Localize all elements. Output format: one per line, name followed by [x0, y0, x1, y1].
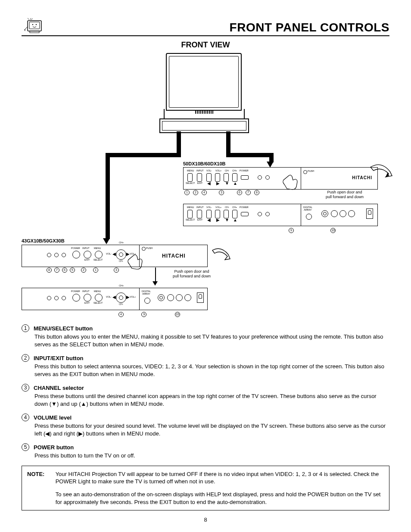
callout-row-top-open: 9 10	[289, 227, 336, 233]
definition-item: 3 CHANNEL selector Press these buttons u…	[22, 384, 389, 408]
hand-icon	[125, 251, 146, 273]
tv-character-icon	[22, 17, 45, 34]
definition-number: 1	[22, 324, 29, 332]
definition-body: Press this button to turn the TV on or o…	[34, 452, 389, 460]
hand-icon	[280, 171, 302, 193]
av-jack-4[interactable]	[348, 210, 355, 217]
power-button[interactable]	[72, 251, 80, 258]
definition-number: 3	[22, 384, 29, 392]
model-label-bottom: 43GX10B/50GX30B	[22, 238, 65, 243]
door-note-top: Push open door and pull forward and down	[314, 190, 375, 199]
model-label-top: 50DX10B/60DX10B	[183, 161, 225, 166]
ch-down-button[interactable]	[224, 173, 229, 182]
definition-title: MENU/SELECT button	[34, 325, 93, 332]
definition-body: Press these buttons for your desired sou…	[34, 422, 389, 437]
input-exit-button[interactable]	[84, 251, 91, 258]
power-button[interactable]	[241, 212, 249, 216]
indicator-a	[258, 212, 262, 216]
av-jack-1[interactable]	[321, 210, 328, 217]
page-header: FRONT PANEL CONTROLS	[22, 17, 389, 36]
bottom-model-open-panel: POWER INPUT EXIT MENU SELECT VOL- ◀ ▶ VO…	[22, 288, 208, 310]
indicator-c	[62, 253, 66, 257]
definition-title: VOLUME level	[34, 414, 72, 421]
definition-item: 4 VOLUME level Press these buttons for y…	[22, 414, 389, 437]
callout-row-bottom-open: 4 9 10	[118, 311, 180, 317]
definition-title: CHANNEL selector	[34, 385, 84, 391]
input-exit-button[interactable]	[84, 294, 91, 302]
vol-down-button[interactable]	[206, 210, 212, 218]
svg-point-3	[36, 24, 37, 25]
av-jack-2[interactable]	[331, 210, 338, 217]
power-button[interactable]	[241, 175, 249, 180]
av-jack-3[interactable]	[176, 294, 183, 301]
definition-item: 5 POWER button Press this button to turn…	[22, 443, 389, 460]
definition-body: Press these buttons until the desired ch…	[34, 392, 389, 408]
tv-screen	[166, 53, 242, 111]
ch-down-button[interactable]	[224, 210, 229, 218]
open-arrow-icon	[368, 163, 394, 182]
push-indicator	[142, 247, 146, 251]
page-number: 8	[22, 516, 389, 523]
front-view-diagram: 50DX10B/60DX10B MENU INPUT VOL- VOL+ CH-…	[22, 53, 389, 320]
front-view-heading: FRONT VIEW	[22, 40, 389, 50]
note-text-1: Your HITACHI Projection TV will appear t…	[56, 470, 382, 485]
tv-speaker-grille	[164, 109, 245, 119]
indicator-a	[258, 175, 262, 180]
av-jack-2[interactable]	[167, 294, 174, 301]
indicator-b	[54, 253, 59, 257]
indicator-c	[62, 296, 66, 300]
indicator-b	[265, 175, 270, 180]
page-title: FRONT PANEL CONTROLS	[230, 21, 389, 34]
definition-title: POWER button	[34, 444, 74, 451]
av-jack-3[interactable]	[339, 210, 346, 217]
top-model-open-panel: MENU INPUT VOL- VOL+ CH- CH+ POWER SELEC…	[183, 204, 378, 226]
tv-cabinet	[159, 118, 249, 133]
menu-select-button[interactable]	[95, 251, 103, 258]
digital-array-knob[interactable]	[306, 214, 312, 220]
input-exit-button[interactable]	[197, 210, 202, 218]
callout-row-top-closed: 1 2 4 3 6 7 8	[184, 190, 259, 195]
note-box: NOTE: Your HITACHI Projection TV will ap…	[22, 466, 389, 510]
definition-body: This button allows you to enter the MENU…	[34, 333, 389, 348]
menu-select-button[interactable]	[95, 294, 103, 302]
av-jack-4[interactable]	[184, 294, 191, 301]
indicator-a	[47, 296, 51, 300]
definitions-list: 1 MENU/SELECT button This button allows …	[22, 324, 389, 460]
open-arrow-icon	[210, 247, 232, 264]
definition-body: Press this button to select antenna sour…	[34, 363, 389, 378]
note-text-2: To see an auto-demonstration of the on-s…	[56, 491, 382, 506]
headphone-jack[interactable]	[366, 208, 373, 219]
definition-item: 1 MENU/SELECT button This button allows …	[22, 324, 389, 348]
power-button[interactable]	[72, 294, 80, 302]
definition-number: 2	[22, 354, 29, 362]
headphone-jack[interactable]	[197, 292, 204, 303]
input-exit-button[interactable]	[197, 173, 202, 182]
ch-up-button[interactable]	[232, 210, 237, 218]
door-note-bottom: Push open door and pull forward and down	[159, 269, 224, 279]
indicator-b	[265, 212, 270, 216]
bottom-model-closed-panel: POWER INPUT EXIT MENU SELECT VOL- ◀ ▶ VO…	[22, 245, 208, 267]
vol-up-button[interactable]	[215, 210, 220, 218]
vol-up-button[interactable]	[215, 173, 220, 182]
av-jack-1[interactable]	[158, 294, 165, 301]
menu-select-button[interactable]	[187, 210, 193, 218]
brand-label: HITACHI	[162, 253, 186, 259]
cursor-pad[interactable]	[116, 292, 126, 303]
definition-number: 5	[22, 443, 29, 451]
svg-rect-1	[29, 22, 40, 29]
indicator-b	[54, 296, 59, 300]
ch-up-button[interactable]	[232, 173, 237, 182]
vol-down-button[interactable]	[206, 173, 212, 182]
menu-select-button[interactable]	[187, 173, 193, 182]
svg-rect-0	[28, 21, 41, 31]
svg-point-2	[32, 24, 33, 25]
definition-item: 2 INPUT/EXIT button Press this button to…	[22, 354, 389, 378]
definition-number: 4	[22, 414, 29, 421]
push-indicator	[303, 170, 307, 174]
note-label: NOTE:	[27, 470, 54, 478]
callout-row-bottom-closed: 8 7 6 5 2 1 3	[47, 268, 119, 273]
indicator-a	[47, 253, 51, 257]
definition-title: INPUT/EXIT button	[34, 355, 84, 361]
digital-array-knob[interactable]	[144, 298, 150, 304]
